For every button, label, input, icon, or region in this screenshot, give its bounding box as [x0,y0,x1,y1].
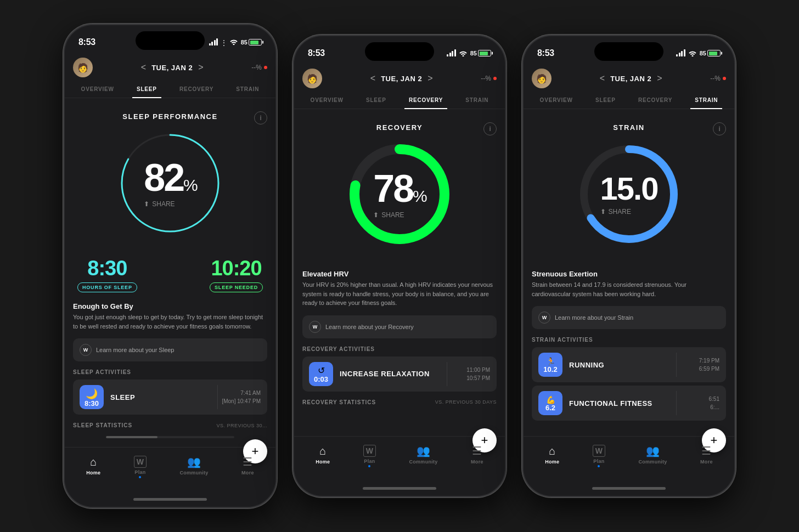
tab-strain-2[interactable]: STRAIN [461,95,493,105]
tab-overview-2[interactable]: OVERVIEW [306,95,348,105]
running-activity-row[interactable]: 🏃 10.2 RUNNING 7:19 PM 6:59 PM [532,347,726,382]
nav-home[interactable]: ⌂ Home [86,456,100,476]
tab-sleep-3[interactable]: SLEEP [591,95,620,105]
sleep-circle-chart: 82% ⬆ SHARE [115,128,225,238]
share-button-3[interactable]: ⬆ SHARE [600,208,658,216]
fitness-activity-value: 6.2 [545,404,555,411]
strain-section-heading: Strenuous Exertion [532,270,726,278]
share-label-2: SHARE [381,211,404,219]
share-icon-2: ⬆ [373,211,379,219]
learn-more-button-3[interactable]: W Learn more about your Strain [532,306,726,329]
running-activity-name: RUNNING [569,361,604,369]
prev-date-btn-3[interactable]: < [600,73,605,83]
learn-more-label: Learn more about your Sleep [96,347,174,353]
nav-home-3[interactable]: ⌂ Home [545,445,559,465]
fitness-activity-name: FUNCTIONAL FITNESS [569,399,652,408]
next-date-btn-3[interactable]: > [657,73,662,83]
phone-strain: 8:53 85 🧑 < TUE, JAN 2 > [522,35,736,497]
info-button-3[interactable]: i [713,122,726,135]
learn-more-button[interactable]: W Learn more about your Sleep [73,338,267,361]
nav-plan[interactable]: W Plan [134,456,147,475]
tab-recovery-3[interactable]: RECOVERY [634,95,677,105]
info-button[interactable]: i [254,111,267,124]
nav-home-2[interactable]: ⌂ Home [316,445,330,465]
phone-content-3: STRAIN i 15.0 ⬆ SHARE [523,109,735,436]
tab-sleep-2[interactable]: SLEEP [362,95,391,105]
nav-more-2[interactable]: ☰ More [471,444,483,465]
nav-home-label-2: Home [316,459,330,465]
community-icon-2: 👥 [417,444,430,457]
strain-value-display: 15.0 ⬆ SHARE [600,173,658,216]
plan-icon-3: W [593,445,605,457]
strain-activities-label: STRAIN ACTIVITIES [532,337,726,343]
recovery-stats-vs: VS. PREVIOUS 30 DAYS [435,399,497,405]
nav-plan-2[interactable]: W Plan [363,445,376,464]
battery-dot-3 [723,77,726,80]
tab-strain[interactable]: STRAIN [232,84,263,94]
share-button[interactable]: ⬆ SHARE [144,200,196,208]
strain-activities-section: STRAIN ACTIVITIES 🏃 10.2 RUNNING 7:19 PM… [532,337,726,421]
avatar-2[interactable]: 🧑 [302,69,322,88]
status-icons-2: 85 [447,50,491,56]
header-right: --% [251,64,267,71]
tab-sleep[interactable]: SLEEP [132,84,161,94]
next-date-btn-2[interactable]: > [427,73,432,83]
recovery-activity-icon: ↺ 0:03 [309,362,333,386]
learn-more-button-2[interactable]: W Learn more about your Recovery [302,315,497,338]
tab-overview[interactable]: OVERVIEW [77,84,119,94]
nav-more-label: More [241,470,254,476]
plan-icon: W [134,456,147,468]
section-desc: You got just enough sleep to get by toda… [73,313,267,331]
more-icon: ☰ [243,455,252,468]
recovery-circle-chart: 78% ⬆ SHARE [345,139,454,249]
nav-community-3[interactable]: 👥 Community [638,444,667,465]
tab-strain-3[interactable]: STRAIN [690,95,722,105]
hours-sleep-label[interactable]: HOURS OF SLEEP [77,282,137,292]
sleep-needed-label[interactable]: SLEEP NEEDED [210,282,263,292]
info-button-2[interactable]: i [483,122,497,135]
header-right-2: --% [481,75,497,82]
tab-recovery-2[interactable]: RECOVERY [404,95,447,105]
learn-more-label-3: Learn more about your Strain [555,314,633,321]
fitness-activity-row[interactable]: 💪 6.2 FUNCTIONAL FITNESS 6:51 6:... [532,386,726,421]
recovery-activity-row[interactable]: ↺ 0:03 INCREASE RELAXATION 11:00 PM 10:5… [302,356,497,392]
tab-recovery[interactable]: RECOVERY [175,84,218,94]
nav-community-label-3: Community [638,459,667,465]
strain-description: Strenuous Exertion Strain between 14 and… [532,270,726,298]
sleep-activity-row[interactable]: 🌙 8:30 SLEEP 7:41 AM [Mon] 10:47 PM [73,380,267,415]
prev-date-btn-2[interactable]: < [370,73,375,83]
recovery-value-display: 78% ⬆ SHARE [373,169,426,219]
wifi-icon: ⋮ [221,38,238,47]
strain-metric-value: 15.0 [600,173,658,205]
nav-more[interactable]: ☰ More [241,455,254,476]
battery-icon-2: 85 [470,50,491,56]
avatar[interactable]: 🧑 [73,58,93,77]
date-nav-3: < TUE, JAN 2 > [600,73,662,83]
activity-icon: 🌙 8:30 [80,385,104,409]
share-icon-3: ⬆ [600,208,606,216]
whoop-logo-icon: W [80,344,92,356]
app-header-3: 🧑 < TUE, JAN 2 > --% [523,65,735,92]
nav-community[interactable]: 👥 Community [179,455,208,476]
next-date-btn[interactable]: > [198,63,203,72]
activity-name: SLEEP [110,393,135,401]
strain-section-desc: Strain between 14 and 17.9 is considered… [532,280,726,298]
nav-more-3[interactable]: ☰ More [700,444,713,465]
tab-overview-3[interactable]: OVERVIEW [536,95,577,105]
status-icons-3: 85 [676,50,721,56]
sleep-description: Enough to Get By You got just enough sle… [73,302,267,331]
nav-plan-3[interactable]: W Plan [593,445,605,464]
community-icon-3: 👥 [646,444,660,457]
prev-date-btn[interactable]: < [141,63,146,72]
status-time-3: 8:53 [537,48,554,58]
avatar-3[interactable]: 🧑 [532,69,552,88]
activity-duration: 8:30 [85,400,99,407]
wifi-icon-3 [688,50,697,56]
nav-home-label: Home [86,470,100,476]
phone-content: SLEEP PERFORMANCE i 82% ⬆ SHARE [64,98,276,447]
section-heading: Enough to Get By [73,302,267,310]
stats-vs: VS. PREVIOUS 30... [216,423,267,428]
nav-more-label-3: More [700,459,713,465]
nav-community-2[interactable]: 👥 Community [409,444,437,465]
share-button-2[interactable]: ⬆ SHARE [373,211,426,219]
